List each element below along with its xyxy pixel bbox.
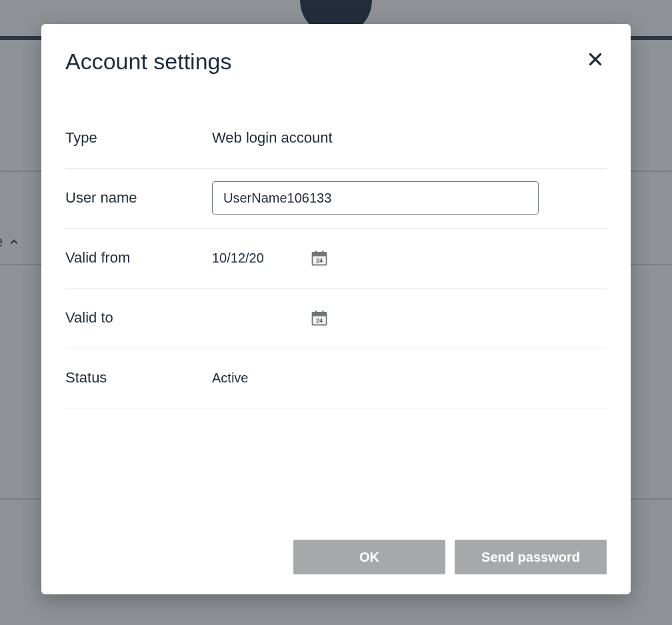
value-valid-from: 10/12/20 <box>212 251 284 266</box>
svg-rect-10 <box>322 311 323 314</box>
row-type: Type Web login account <box>65 109 607 169</box>
modal-header: Account settings <box>65 48 607 75</box>
label-status: Status <box>65 369 212 386</box>
close-button[interactable] <box>584 48 607 71</box>
label-valid-to: Valid to <box>65 309 212 326</box>
modal-footer: OK Send password <box>65 540 607 574</box>
calendar-icon: 24 <box>311 309 328 326</box>
send-password-button[interactable]: Send password <box>455 540 607 574</box>
label-type: Type <box>65 129 212 147</box>
svg-rect-5 <box>322 251 323 255</box>
svg-rect-9 <box>315 311 317 314</box>
row-username: User name <box>65 169 607 229</box>
svg-rect-3 <box>312 253 326 257</box>
value-status: Active <box>212 370 248 386</box>
valid-to-datepicker-button[interactable]: 24 <box>311 309 328 326</box>
form-rows: Type Web login account User name Valid f… <box>65 109 607 408</box>
svg-text:24: 24 <box>316 258 323 265</box>
close-icon <box>587 51 604 68</box>
svg-rect-8 <box>312 312 326 316</box>
svg-text:24: 24 <box>316 318 323 324</box>
label-valid-from: Valid from <box>65 249 212 267</box>
label-username: User name <box>65 189 212 207</box>
row-status: Status Active <box>65 348 607 408</box>
calendar-icon: 24 <box>311 249 328 267</box>
row-valid-to: Valid to 24 <box>65 289 607 348</box>
username-input[interactable] <box>212 181 539 215</box>
ok-button[interactable]: OK <box>293 540 445 574</box>
modal-title: Account settings <box>65 48 231 75</box>
value-type: Web login account <box>212 129 333 147</box>
account-settings-modal: Account settings Type Web login account … <box>41 24 631 594</box>
svg-rect-4 <box>315 251 317 255</box>
valid-from-datepicker-button[interactable]: 24 <box>311 249 328 267</box>
row-valid-from: Valid from 10/12/20 24 <box>65 229 607 289</box>
